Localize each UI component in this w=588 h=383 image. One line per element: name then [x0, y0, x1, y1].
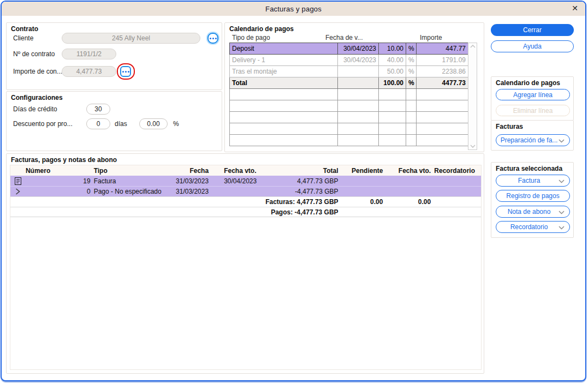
cal-cell-tipo: Total: [230, 77, 338, 89]
dias-credito-field[interactable]: 30: [86, 104, 110, 115]
cal-header-importe: Importe: [420, 34, 442, 41]
cal-row-deposit[interactable]: Deposit 30/04/2023 10.00 % 447.77: [230, 43, 468, 55]
cal-cell-tipo[interactable]: Deposit: [230, 43, 338, 55]
cell-numero: 19: [26, 177, 91, 185]
descuento-dias-field[interactable]: 0: [86, 118, 110, 129]
calendario-scrollbar[interactable]: [468, 43, 477, 150]
header-numero: Número: [26, 167, 91, 175]
cal-header-tipo: Tipo de pago: [232, 34, 270, 41]
header-fecha: Fecha: [170, 167, 209, 175]
importe-contrato-label: Importe de con...: [13, 68, 62, 75]
header-tipo: Tipo: [91, 167, 171, 175]
cal-cell-fecha[interactable]: 30/04/2023: [338, 55, 379, 66]
cliente-field[interactable]: 245 Ally Neel: [62, 33, 200, 44]
header-total: Total: [263, 167, 340, 175]
cal-cell-fecha[interactable]: [338, 66, 379, 77]
group-configuraciones-label: Configuraciones: [11, 94, 63, 101]
pago-row[interactable]: 0 Pago - No especificado 31/03/2023 -4,4…: [10, 186, 481, 196]
chevron-down-icon: [559, 226, 565, 230]
chevron-down-icon: [559, 179, 565, 183]
dot-icon: [128, 71, 129, 73]
titlebar: Facturas y pagos ✕: [2, 2, 585, 16]
cal-cell-pct[interactable]: 10.00: [379, 43, 406, 55]
header-recordatorio: Recordatorio: [432, 167, 481, 175]
preparacion-facturas-button[interactable]: Preparación de fa...: [496, 134, 570, 146]
cal-cell-fecha: [338, 77, 379, 89]
cell-total: -4,477.73 GBP: [263, 188, 340, 195]
descuento-label: Descuento por pro...: [13, 120, 73, 128]
facturas-total-row: Facturas: 4,477.73 GBP 0.00 0.00: [10, 196, 481, 207]
cal-cell-importe[interactable]: 447.77: [417, 43, 468, 55]
cal-row-empty[interactable]: [230, 135, 468, 146]
chevron-right-icon[interactable]: [10, 188, 26, 195]
cal-cell-importe[interactable]: 2238.86: [417, 66, 468, 77]
factura-button[interactable]: Factura: [496, 175, 570, 187]
descuento-pct-field[interactable]: 0.00: [139, 118, 168, 129]
facturas-total-fecha-vto: 0.00: [386, 198, 432, 206]
importe-ellipsis-button[interactable]: [120, 66, 131, 77]
pagos-total-row: Pagos: -4,477.73 GBP: [10, 207, 481, 217]
facturas-header-row: Número Tipo Fecha Fecha vto. Total Pendi…: [10, 165, 481, 176]
cell-total: 4,477.73 GBP: [263, 177, 340, 185]
header-fecha-vto: Fecha vto.: [209, 167, 263, 175]
cell-fecha: 31/03/2023: [170, 188, 209, 195]
facturas-table: Número Tipo Fecha Fecha vto. Total Pendi…: [10, 165, 482, 370]
cal-cell-pct[interactable]: 50.00: [379, 66, 406, 77]
cal-cell-tipo[interactable]: Tras el montaje: [230, 66, 338, 77]
dot-icon: [212, 38, 214, 39]
scroll-up-icon[interactable]: [470, 45, 476, 48]
cell-numero: 0: [26, 188, 91, 195]
recordatorio-button[interactable]: Recordatorio: [496, 221, 570, 233]
dias-suffix-label: días: [115, 120, 127, 128]
group-factura-seleccionada: Factura seleccionada Factura Registro de…: [491, 162, 574, 238]
facturas-total-label: Facturas: 4,477.73 GBP: [10, 198, 340, 206]
dialog-facturas-y-pagos: Facturas y pagos ✕ Contrato Cliente 245 …: [1, 1, 586, 381]
cal-row-empty[interactable]: [230, 100, 468, 112]
close-icon[interactable]: ✕: [572, 4, 578, 13]
invoice-icon: [10, 177, 26, 185]
group-actions-calendario: Calendario de pagos Agregar línea Elimin…: [491, 76, 574, 121]
pagos-total-label: Pagos: -4,477.73 GBP: [10, 208, 340, 216]
cal-row-total: Total 100.00 % 4477.73: [230, 77, 468, 89]
cliente-lookup-button[interactable]: [207, 33, 218, 44]
cal-cell-pct[interactable]: 40.00: [379, 55, 406, 66]
group-calendario-label: Calendario de pagos: [229, 25, 294, 33]
header-fecha-vto2: Fecha vto.: [386, 167, 432, 175]
cal-row-empty[interactable]: [230, 123, 468, 135]
cal-cell-sign: %: [406, 43, 417, 55]
ayuda-button[interactable]: Ayuda: [491, 40, 574, 52]
group-calendario-pagos: Calendario de pagos Tipo de pago Fecha d…: [224, 22, 484, 152]
agregar-linea-button[interactable]: Agregar línea: [496, 89, 570, 100]
importe-contrato-field[interactable]: 4,477.73: [62, 66, 116, 77]
cal-cell-importe[interactable]: 1791.09: [417, 55, 468, 66]
factura-row[interactable]: 19 Factura 31/03/2023 30/04/2023 4,477.7…: [10, 176, 481, 186]
cerrar-button[interactable]: Cerrar: [491, 24, 574, 36]
pct-suffix-label: %: [173, 120, 179, 128]
cal-row-empty[interactable]: [230, 112, 468, 123]
cell-tipo: Factura: [91, 177, 171, 185]
actions-calendario-label: Calendario de pagos: [496, 79, 560, 87]
dialog-title: Facturas y pagos: [265, 5, 322, 13]
registro-pagos-button[interactable]: Registro de pagos: [496, 190, 570, 202]
cal-row-tras-montaje[interactable]: Tras el montaje 50.00 % 2238.86: [230, 66, 468, 77]
cal-cell-pct: 100.00: [379, 77, 406, 89]
dot-icon: [215, 38, 217, 39]
chevron-down-icon: [559, 211, 565, 214]
nota-abono-button[interactable]: Nota de abono: [496, 206, 570, 218]
cal-row-delivery[interactable]: Delivery - 1 30/04/2023 40.00 % 1791.09: [230, 55, 468, 66]
group-actions-facturas: Facturas Preparación de fa...: [491, 120, 574, 151]
factura-seleccionada-label: Factura seleccionada: [496, 165, 562, 172]
num-contrato-field[interactable]: 1191/1/2: [62, 49, 116, 59]
group-contrato-label: Contrato: [11, 25, 38, 33]
recordatorio-label: Recordatorio: [510, 223, 548, 231]
group-facturas-pagos: Facturas, pagos y notas de abono Número …: [6, 153, 484, 374]
eliminar-linea-button[interactable]: Eliminar línea: [496, 105, 570, 116]
cal-cell-tipo[interactable]: Delivery - 1: [230, 55, 338, 66]
cal-cell-fecha[interactable]: 30/04/2023: [338, 43, 379, 55]
cal-row-empty[interactable]: [230, 89, 468, 100]
scroll-down-icon[interactable]: [470, 145, 476, 148]
nota-abono-label: Nota de abono: [508, 208, 551, 216]
cal-cell-sign: %: [406, 55, 417, 66]
header-pendiente: Pendiente: [340, 167, 387, 175]
group-configuraciones: Configuraciones Días de crédito 30 Descu…: [6, 91, 222, 151]
